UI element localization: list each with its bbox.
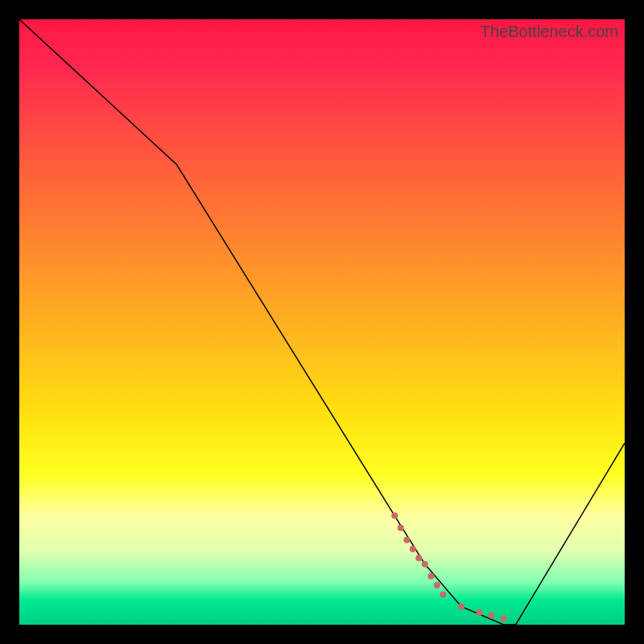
highlight-dot — [422, 561, 428, 568]
highlight-dot — [477, 609, 483, 616]
highlight-dots — [391, 513, 506, 622]
highlight-dot — [458, 603, 464, 609]
chart-svg — [19, 19, 625, 625]
highlight-dot — [427, 573, 434, 580]
highlight-dot — [440, 591, 446, 597]
curve-line — [19, 19, 625, 625]
watermark-text: TheBottleneck.com — [481, 23, 618, 41]
highlight-dot — [489, 613, 495, 619]
highlight-dot — [398, 525, 404, 531]
highlight-dot — [410, 546, 416, 552]
highlight-dot — [415, 555, 422, 561]
plot-area: TheBottleneck.com — [19, 19, 625, 625]
highlight-dot — [391, 513, 398, 519]
highlight-dot — [403, 537, 410, 543]
highlight-dot — [501, 616, 507, 622]
highlight-dot — [434, 582, 440, 588]
